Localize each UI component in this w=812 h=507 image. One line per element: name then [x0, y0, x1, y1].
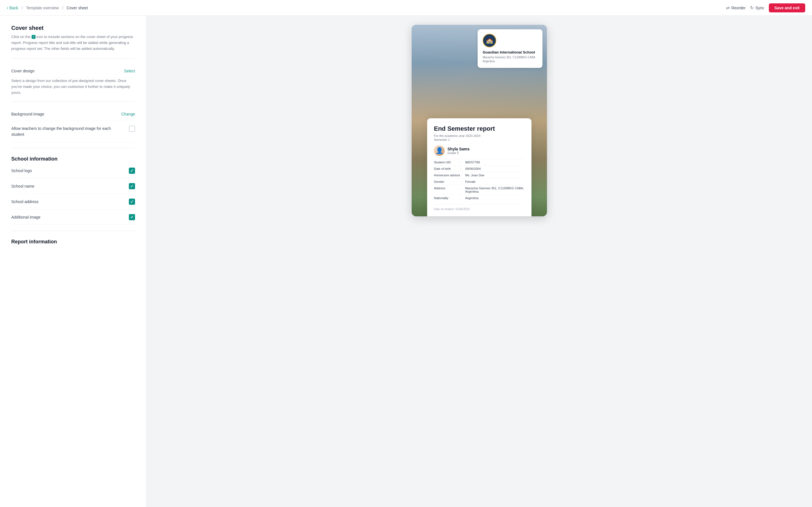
info-table: Student UID : IMDS7789 Date of birth : 0… — [434, 159, 525, 201]
breadcrumb-current: Cover sheet — [66, 6, 88, 10]
divider-2 — [11, 101, 135, 102]
sync-button[interactable]: ↻ Sync — [750, 5, 764, 10]
cover-design-label: Cover design — [11, 69, 35, 73]
info-table-row: Homeroom advisor : Ms. Joan Doe — [434, 172, 525, 178]
school-name-row: School name — [11, 179, 135, 194]
info-table-row: Address : Macacha Güemes 351, C1106BKG C… — [434, 185, 525, 194]
divider-3 — [11, 148, 135, 148]
info-value: IMDS7789 — [465, 161, 525, 164]
student-row: Shyla Sams Grade 5 — [434, 145, 525, 156]
school-info-overlay: 🏫 Guardian International School Macacha … — [477, 29, 543, 68]
report-info-title: Report information — [11, 239, 135, 245]
info-label: Date of birth — [434, 167, 461, 170]
student-info: Shyla Sams Grade 5 — [448, 147, 470, 155]
school-address-label: School address — [11, 200, 39, 204]
allow-teachers-checkbox-container — [129, 126, 135, 132]
background-image-change-button[interactable]: Change — [121, 112, 135, 116]
student-name-preview: Shyla Sams — [448, 147, 470, 151]
cover-design-desc: Select a design from our collection of p… — [11, 78, 135, 96]
school-name-label: School name — [11, 184, 35, 188]
background-image-label: Background image — [11, 112, 44, 116]
divider-4 — [11, 231, 135, 231]
info-label: Gender — [434, 180, 461, 183]
info-table-row: Date of birth : 09/06/2004 — [434, 165, 525, 172]
info-colon: : — [461, 196, 465, 200]
breadcrumb-separator-1: / — [21, 6, 22, 10]
chevron-left-icon: ‹ — [7, 5, 8, 10]
info-colon: : — [461, 161, 465, 164]
school-address-preview-line2: Argentina — [483, 59, 538, 63]
academic-year-label: For the academic year 2023-2024 — [434, 134, 525, 137]
cover-design-row: Cover design Select — [11, 64, 135, 78]
report-title: End Semester report — [434, 125, 525, 132]
info-label: Homeroom advisor — [434, 173, 461, 177]
breadcrumb-separator-2: / — [62, 6, 63, 10]
info-value: Female — [465, 180, 525, 183]
school-info-title: School information — [11, 156, 135, 162]
info-value: Ms. Joan Doe — [465, 173, 525, 177]
back-button[interactable]: ‹ Back — [7, 5, 18, 10]
sync-label: Sync — [755, 6, 764, 10]
reorder-icon: ⇄ — [726, 5, 730, 10]
topbar-right: ⇄ Reorder ↻ Sync Save and exit — [726, 3, 805, 12]
info-colon: : — [461, 186, 465, 190]
right-panel: 🏫 Guardian International School Macacha … — [147, 16, 812, 507]
date-of-creation: Date of creation: 01/06/2024 — [434, 205, 525, 211]
save-exit-button[interactable]: Save and exit — [769, 3, 806, 12]
student-grade-preview: Grade 5 — [448, 151, 470, 155]
allow-teachers-row: Allow teachers to change the background … — [11, 121, 135, 142]
additional-image-row: Additional image — [11, 210, 135, 225]
school-name-preview: Guardian International School — [483, 50, 538, 54]
school-address-row: School address — [11, 194, 135, 210]
desc-text-1: Click on the — [11, 35, 31, 39]
additional-image-checkbox[interactable] — [129, 214, 135, 220]
inline-checkbox-icon — [32, 35, 36, 39]
sync-icon: ↻ — [750, 5, 754, 10]
student-avatar — [434, 145, 445, 156]
school-logo-row: School logo — [11, 163, 135, 179]
info-table-row: Gender : Female — [434, 178, 525, 185]
info-value: 09/06/2004 — [465, 167, 525, 170]
allow-teachers-checkbox[interactable] — [129, 126, 135, 132]
topbar-left: ‹ Back / Template overview / Cover sheet — [7, 5, 88, 10]
school-logo-preview: 🏫 — [483, 34, 496, 47]
school-name-checkbox[interactable] — [129, 183, 135, 189]
info-value: Macacha Güemes 351, C1106BKG CABA, Argen… — [465, 186, 525, 193]
school-logo-label: School logo — [11, 168, 32, 173]
info-label: Nationality — [434, 196, 461, 200]
background-image-row: Background image Change — [11, 107, 135, 121]
additional-image-label: Additional image — [11, 215, 41, 219]
school-logo-icon: 🏫 — [486, 37, 493, 44]
info-table-row: Nationality : Argentina — [434, 194, 525, 201]
preview-card: 🏫 Guardian International School Macacha … — [412, 25, 547, 216]
info-value: Argentina — [465, 196, 525, 200]
info-colon: : — [461, 167, 465, 170]
main-layout: Cover sheet Click on the icon to include… — [0, 16, 812, 507]
reorder-button[interactable]: ⇄ Reorder — [726, 5, 746, 10]
cover-design-select-button[interactable]: Select — [124, 69, 135, 73]
school-address-checkbox[interactable] — [129, 199, 135, 205]
allow-teachers-label: Allow teachers to change the background … — [11, 126, 118, 137]
info-label: Address — [434, 186, 461, 190]
school-logo-checkbox[interactable] — [129, 168, 135, 174]
topbar: ‹ Back / Template overview / Cover sheet… — [0, 0, 812, 16]
divider-1 — [11, 58, 135, 59]
info-label: Student UID — [434, 161, 461, 164]
info-colon: : — [461, 180, 465, 183]
reorder-label: Reorder — [731, 6, 746, 10]
report-overlay: End Semester report For the academic yea… — [427, 118, 531, 216]
info-table-row: Student UID : IMDS7789 — [434, 159, 525, 165]
cover-sheet-title: Cover sheet — [11, 25, 135, 31]
back-label: Back — [9, 6, 18, 10]
breadcrumb-parent: Template overview — [26, 6, 59, 10]
left-panel: Cover sheet Click on the icon to include… — [0, 16, 147, 507]
semester-label: Semester 1 — [434, 138, 525, 142]
school-address-preview-line1: Macacha Güemes 351, C1106BKG CABA — [483, 55, 538, 59]
info-colon: : — [461, 173, 465, 177]
preview-background: 🏫 Guardian International School Macacha … — [412, 25, 547, 216]
cover-sheet-desc: Click on the icon to include sections on… — [11, 34, 135, 52]
